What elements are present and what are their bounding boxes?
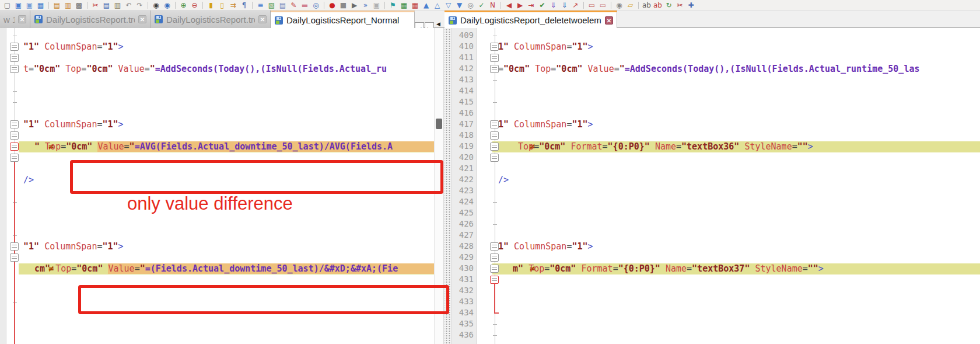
- fold-box-icon[interactable]: [490, 265, 499, 273]
- zoom-in-icon[interactable]: ⊕: [178, 1, 188, 10]
- first-difference-icon[interactable]: ▲: [421, 1, 431, 10]
- paste-macro-icon[interactable]: ▣: [372, 1, 382, 10]
- code-line-422[interactable]: />: [477, 175, 980, 186]
- find-in-files-icon[interactable]: ◉: [614, 1, 624, 10]
- pin-icon[interactable]: ↗: [570, 1, 580, 10]
- code-line-430[interactable]: ≠cm" Top="0cm" Value="=(Fields.Actual_do…: [0, 263, 434, 274]
- code-line-419[interactable]: ≠" Top="0cm" Value="=AVG(Fields.Actual_d…: [0, 141, 434, 152]
- fold-box-icon[interactable]: [10, 143, 19, 151]
- erase-icon[interactable]: ▬: [300, 1, 310, 10]
- right-code-pane[interactable]: 1" ColumnSpan="1">="0cm" Top="0cm" Value…: [477, 28, 980, 344]
- fold-box-icon[interactable]: [10, 154, 19, 162]
- unlock-icon[interactable]: ▯: [217, 1, 227, 10]
- grid-add-icon[interactable]: ▦: [399, 1, 409, 10]
- code-line-419[interactable]: ≠ Top="0cm" Format="{0:P0}" Name="textBo…: [477, 141, 980, 152]
- play-macro-icon[interactable]: »: [360, 1, 370, 10]
- fold-box-icon[interactable]: [490, 65, 499, 73]
- fold-box-icon[interactable]: [10, 43, 19, 51]
- next-difference-icon[interactable]: ▽: [443, 1, 453, 10]
- resolve-icon[interactable]: ✔: [537, 1, 547, 10]
- last-difference-icon[interactable]: ▼: [454, 1, 464, 10]
- code-line-410[interactable]: 1" ColumnSpan="1">: [477, 41, 980, 53]
- tab-dailylogisticsreport-trdx[interactable]: DailyLogisticsReport.trdx✕: [150, 11, 271, 28]
- current-difference-icon[interactable]: ◎: [466, 1, 475, 10]
- tab-w-17[interactable]: w 17✕: [0, 11, 30, 28]
- open-file-icon[interactable]: ▢: [2, 1, 12, 10]
- print-icon[interactable]: ▩: [74, 1, 84, 10]
- fold-box-icon[interactable]: [10, 253, 19, 262]
- report-icon[interactable]: ▭: [587, 1, 597, 10]
- record-macro-icon[interactable]: ●: [327, 1, 337, 10]
- code-line-412[interactable]: t="0cm" Top="0cm" Value="=AddSeconds(Tod…: [0, 64, 434, 75]
- report-all-icon[interactable]: ▭: [598, 1, 608, 10]
- tab-close-icon[interactable]: ✕: [18, 15, 26, 23]
- redo-icon[interactable]: ↷: [135, 1, 145, 10]
- left-scrollbar[interactable]: [434, 28, 443, 344]
- copy-icon[interactable]: ▤: [102, 1, 111, 10]
- fold-box-icon[interactable]: [490, 143, 499, 151]
- grid-remove-icon[interactable]: ▦: [410, 1, 420, 10]
- fold-box-icon[interactable]: [10, 242, 19, 251]
- last-bookmark-icon[interactable]: ⇥: [526, 1, 536, 10]
- settings-icon[interactable]: ✚: [686, 1, 696, 10]
- fold-box-icon[interactable]: [490, 253, 499, 262]
- fold-box-icon[interactable]: [490, 154, 499, 162]
- export-icon[interactable]: ▱: [625, 1, 635, 10]
- zoom-out-icon[interactable]: ⊖: [190, 1, 200, 10]
- save-all-icon[interactable]: ▦: [36, 1, 46, 10]
- format-marks-icon[interactable]: ¶: [239, 1, 249, 10]
- splitter-collapse-icon[interactable]: ◀: [436, 22, 440, 27]
- fold-box-icon[interactable]: [490, 242, 499, 251]
- merge-right-icon[interactable]: ⇓: [559, 1, 569, 10]
- code-line-422[interactable]: />: [0, 175, 434, 186]
- fold-box-icon[interactable]: [10, 54, 19, 62]
- previous-bookmark-icon[interactable]: ◀: [504, 1, 514, 10]
- step-macro-icon[interactable]: ▶: [349, 1, 359, 10]
- code-line-428[interactable]: 1" ColumnSpan="1">: [477, 241, 980, 252]
- fold-box-icon[interactable]: [10, 65, 19, 73]
- tab-dailylogisticsreport-trdx[interactable]: DailyLogisticsReport.trdx✕: [30, 11, 150, 28]
- save-as-icon[interactable]: ▣: [24, 1, 34, 10]
- copy-doc-icon[interactable]: ▥: [63, 1, 73, 10]
- next-bookmark-icon[interactable]: ▶: [515, 1, 525, 10]
- no-word-wrap-icon[interactable]: ab: [653, 1, 663, 10]
- color-map-icon[interactable]: ▧: [267, 1, 276, 10]
- stop-macro-icon[interactable]: ■: [338, 1, 348, 10]
- lock-icon[interactable]: ▮: [206, 1, 216, 10]
- save-icon[interactable]: ▣: [13, 1, 23, 10]
- code-line-410[interactable]: "1" ColumnSpan="1">: [0, 41, 434, 53]
- accept-change-icon[interactable]: ✓: [477, 1, 487, 10]
- code-line-412[interactable]: ="0cm" Top="0cm" Value="=AddSeconds(Toda…: [477, 64, 980, 75]
- fold-box-icon[interactable]: [490, 54, 499, 62]
- tab-dailylogisticsreport-normal[interactable]: DailyLogisticsReport_Normal: [271, 11, 415, 28]
- code-line-417[interactable]: "1" ColumnSpan="1">: [0, 119, 434, 130]
- refresh-icon[interactable]: ↻: [664, 1, 674, 10]
- fold-box-icon[interactable]: [490, 120, 499, 128]
- left-code-pane[interactable]: "1" ColumnSpan="1">t="0cm" Top="0cm" Val…: [0, 28, 434, 344]
- tab-close-icon[interactable]: ✕: [258, 15, 267, 23]
- find-next-icon[interactable]: ◉: [162, 1, 172, 10]
- cut-icon[interactable]: ✂: [90, 1, 100, 10]
- tools-icon[interactable]: ✂: [675, 1, 685, 10]
- compare-icon[interactable]: ≡: [256, 1, 265, 10]
- fold-box-icon[interactable]: [490, 276, 499, 284]
- paste-icon[interactable]: ▥: [113, 1, 123, 10]
- word-wrap-icon[interactable]: ab: [642, 1, 652, 10]
- fold-box-icon[interactable]: [10, 131, 19, 140]
- tab-close-icon[interactable]: ✕: [605, 16, 613, 25]
- code-line-417[interactable]: 1" ColumnSpan="1">: [477, 119, 980, 130]
- tab-dailylogisticsreport-deletetwoelements-trdx[interactable]: DailyLogisticsReport_deletetwoelements.t…: [444, 11, 617, 28]
- new-doc-icon[interactable]: ▤: [52, 1, 62, 10]
- fold-box-icon[interactable]: [490, 131, 499, 140]
- preview-eye-icon[interactable]: ◎: [311, 1, 321, 10]
- find-icon[interactable]: ◉: [151, 1, 161, 10]
- fold-box-icon[interactable]: [10, 120, 19, 128]
- note-icon[interactable]: N: [488, 1, 498, 10]
- edit-file-icon[interactable]: ✎: [289, 1, 299, 10]
- previous-difference-icon[interactable]: △: [432, 1, 442, 10]
- scrollbar-thumb[interactable]: [436, 119, 442, 129]
- merge-left-icon[interactable]: ⇓: [548, 1, 558, 10]
- undo-icon[interactable]: ↶: [124, 1, 134, 10]
- pane-splitter[interactable]: [443, 28, 452, 344]
- code-line-430[interactable]: ≠m" Top="0cm" Format="{0:P0}" Name="text…: [477, 263, 980, 274]
